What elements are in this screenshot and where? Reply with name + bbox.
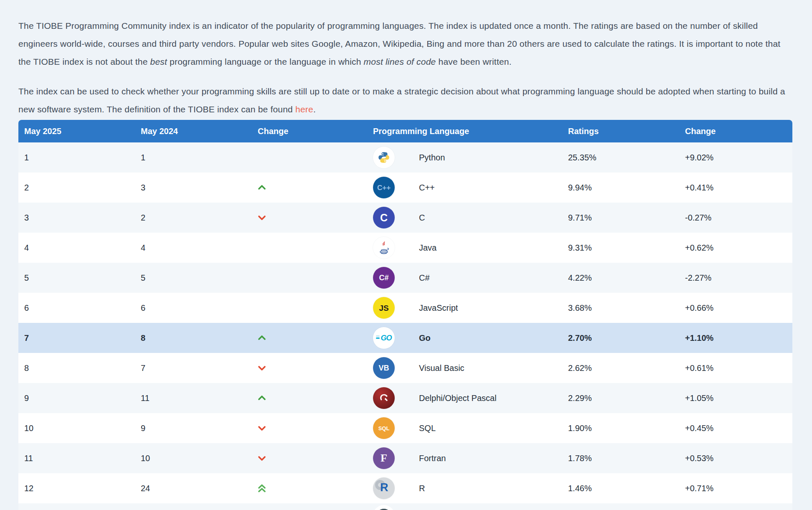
col-header-ratings: Ratings	[562, 127, 679, 136]
intro-text-block: The TIOBE Programming Community index is…	[0, 0, 812, 118]
rating-value: 2.62%	[562, 363, 679, 373]
rating-value: 1.90%	[562, 424, 679, 433]
language-cell: Python	[367, 147, 562, 168]
language-name: SQL	[419, 424, 436, 433]
rank-2025-value: 8	[18, 363, 135, 373]
rating-value: 9.31%	[562, 243, 679, 253]
rating-change-value: -2.27%	[679, 273, 792, 283]
rank-up-icon	[258, 395, 266, 401]
intro-paragraph-2: The index can be used to check whether y…	[18, 82, 794, 118]
intro-p2-text-2: .	[313, 104, 316, 114]
rank-2024-value: 10	[135, 454, 252, 463]
rank-change-cell	[252, 365, 367, 371]
go-speed-lines	[376, 337, 380, 339]
rank-up-icon	[258, 185, 266, 190]
rating-value: 2.29%	[562, 393, 679, 403]
sql-icon: SQL	[373, 417, 395, 439]
rank-down-icon	[258, 365, 266, 371]
language-cell: F Fortran	[367, 447, 562, 469]
rating-value: 25.35%	[562, 153, 679, 162]
rank-2024-value: 6	[135, 303, 252, 313]
cpp-icon: C++	[373, 177, 395, 198]
intro-italic-most-lines: most lines of code	[364, 57, 436, 66]
intro-p1-text-3: have been written.	[436, 57, 511, 66]
language-name: JavaScript	[419, 303, 458, 313]
table-row: 12 24 R R 1.46% +0.71%	[18, 473, 792, 503]
rating-change-value: -0.27%	[679, 213, 792, 223]
col-header-rank-2025: May 2025	[18, 127, 135, 136]
rating-change-value: +0.66%	[679, 303, 792, 313]
table-row: 4 4 Java 9.31% +0.62%	[18, 233, 792, 263]
language-name: Fortran	[419, 454, 446, 463]
visual-basic-icon: VB	[373, 357, 395, 379]
go-icon: GO	[373, 327, 395, 349]
language-cell: SQL SQL	[367, 417, 562, 439]
rank-change-cell	[252, 215, 367, 221]
language-name: Visual Basic	[419, 363, 464, 373]
rank-change-cell	[252, 484, 367, 492]
language-name: Python	[419, 153, 445, 162]
rank-2025-value: 7	[18, 333, 135, 343]
language-cell: GO Go	[367, 327, 562, 349]
col-header-language: Programming Language	[367, 127, 562, 136]
rank-2025-value: 2	[18, 183, 135, 193]
next-language-icon	[373, 505, 395, 510]
rating-change-value: +9.02%	[679, 153, 792, 162]
language-cell: R R	[367, 477, 562, 499]
language-cell: Java	[367, 237, 562, 259]
rank-2024-value: 4	[135, 243, 252, 253]
partial-next-row	[18, 503, 792, 510]
here-link[interactable]: here	[295, 104, 313, 114]
rating-change-value: +0.41%	[679, 183, 792, 193]
rank-2024-value: 11	[135, 393, 252, 403]
rank-down-icon	[258, 425, 266, 431]
rank-down-icon	[258, 215, 266, 221]
delphi-icon	[373, 387, 395, 409]
intro-italic-best: best	[150, 57, 167, 66]
rank-2025-value: 4	[18, 243, 135, 253]
language-cell: VB Visual Basic	[367, 357, 562, 379]
rank-2024-value: 5	[135, 273, 252, 283]
rank-2024-value: 9	[135, 424, 252, 433]
rank-change-cell	[252, 425, 367, 431]
table-row: 2 3 C++ C++ 9.94% +0.41%	[18, 173, 792, 203]
table-row: 9 11 Delphi/Object Pascal 2.29% +1.05%	[18, 383, 792, 413]
rank-2024-value: 1	[135, 153, 252, 162]
col-header-ratings-change: Change	[679, 127, 792, 136]
rating-value: 4.22%	[562, 273, 679, 283]
rank-change-cell	[252, 185, 367, 190]
fortran-icon: F	[373, 447, 395, 469]
language-cell: C# C#	[367, 267, 562, 289]
rank-change-cell	[252, 395, 367, 401]
rank-2024-value: 8	[135, 333, 252, 343]
table-row: 1 1 Python 25.35% +9.02%	[18, 142, 792, 173]
rank-2024-value: 3	[135, 183, 252, 193]
language-cell: JS JavaScript	[367, 297, 562, 319]
tiobe-index-table: May 2025 May 2024 Change Programming Lan…	[18, 120, 792, 510]
rank-2025-value: 5	[18, 273, 135, 283]
table-row: 6 6 JS JavaScript 3.68% +0.66%	[18, 293, 792, 323]
table-row: 7 8 GO Go 2.70% +1.10%	[18, 323, 792, 353]
rank-up-icon	[258, 335, 266, 341]
rank-2025-value: 10	[18, 424, 135, 433]
intro-p1-text-2: programming language or the language in …	[167, 57, 364, 66]
rank-2025-value: 12	[18, 484, 135, 493]
rank-2025-value: 11	[18, 454, 135, 463]
language-cell: C C	[367, 207, 562, 228]
table-row: 3 2 C C 9.71% -0.27%	[18, 203, 792, 233]
language-name: Java	[419, 243, 436, 253]
language-name: C	[419, 213, 425, 223]
rating-value: 1.78%	[562, 454, 679, 463]
language-cell: Delphi/Object Pascal	[367, 387, 562, 409]
rating-value: 9.71%	[562, 213, 679, 223]
java-icon	[373, 237, 395, 259]
r-icon: R	[373, 477, 395, 499]
table-header-row: May 2025 May 2024 Change Programming Lan…	[18, 120, 792, 142]
rank-2025-value: 9	[18, 393, 135, 403]
col-header-rank-change: Change	[252, 127, 367, 136]
csharp-icon: C#	[373, 267, 395, 289]
table-row: 8 7 VB Visual Basic 2.62% +0.61%	[18, 353, 792, 383]
rating-value: 9.94%	[562, 183, 679, 193]
intro-paragraph-1: The TIOBE Programming Community index is…	[18, 17, 794, 71]
rank-up-double-icon	[258, 484, 266, 492]
